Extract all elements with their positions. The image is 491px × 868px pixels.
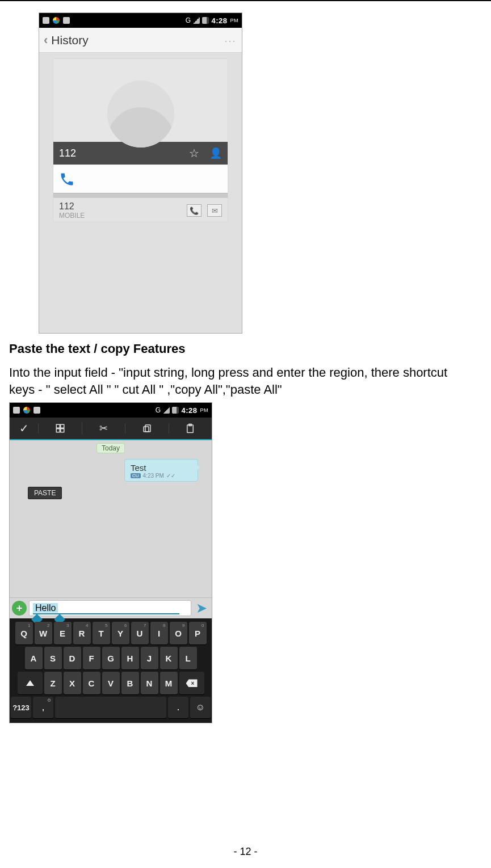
message-card-icon[interactable]: ✉ <box>207 204 222 217</box>
comma-key[interactable]: , ⚙ <box>33 697 53 718</box>
paste-popup[interactable]: PASTE <box>28 487 62 499</box>
svg-rect-4 <box>145 425 150 432</box>
key-a[interactable]: A <box>25 647 43 669</box>
signal-icon <box>163 407 170 414</box>
sync-icon <box>53 17 60 24</box>
copy-icon[interactable] <box>125 423 169 433</box>
backspace-key[interactable]: × <box>179 672 204 694</box>
cut-icon[interactable]: ✂ <box>82 422 125 435</box>
key-e[interactable]: E3 <box>54 622 72 644</box>
status-meridiem: PM <box>200 407 209 413</box>
svg-rect-5 <box>144 427 149 432</box>
signal-icon <box>193 17 200 24</box>
overflow-menu-icon[interactable]: ⋮ <box>224 36 237 45</box>
emoji-key[interactable]: ☺ <box>190 697 211 718</box>
select-all-icon[interactable] <box>38 423 82 433</box>
key-p[interactable]: P0 <box>189 622 207 644</box>
done-icon[interactable]: ✓ <box>10 422 38 435</box>
section-heading: Paste the text / copy Features <box>9 342 486 356</box>
key-hint: 2 <box>47 623 49 628</box>
key-f[interactable]: F <box>83 647 100 669</box>
key-l[interactable]: L <box>179 647 197 669</box>
battery-icon <box>202 17 209 24</box>
status-time: 4:28 <box>211 16 227 25</box>
svg-rect-0 <box>56 425 60 428</box>
key-w[interactable]: W2 <box>35 622 52 644</box>
key-g[interactable]: G <box>102 647 120 669</box>
delivered-icon: ✓✓ <box>166 473 175 479</box>
space-key[interactable] <box>55 697 166 718</box>
network-type: G <box>186 16 191 24</box>
key-x[interactable]: X <box>64 672 81 694</box>
message-pane: Today Test CU 4:23 PM ✓✓ PASTE + Hello <box>10 440 212 618</box>
send-icon[interactable]: ➤ <box>194 600 209 616</box>
usb-icon <box>43 17 49 24</box>
bubble-text: Test <box>131 463 192 473</box>
key-u[interactable]: U7 <box>131 622 149 644</box>
key-j[interactable]: J <box>141 647 158 669</box>
soft-keyboard: Q1W2E3R4T5Y6U7I8O9P0 ASDFGHJKL ZXCVBNM× … <box>10 618 212 723</box>
card-icon <box>33 407 40 414</box>
key-v[interactable]: V <box>102 672 120 694</box>
today-chip: Today <box>96 443 125 453</box>
card-shadow <box>53 193 228 197</box>
contacts-history-screenshot: G 4:28 PM ‹ History ⋮ 112 ☆ 👤 <box>39 12 242 334</box>
contact-number: 112 <box>59 148 76 159</box>
keyboard-row-1: Q1W2E3R4T5Y6U7I8O9P0 <box>11 622 211 644</box>
keyboard-row-3: ZXCVBNM× <box>11 672 211 694</box>
favorite-star-icon[interactable]: ☆ <box>189 146 199 160</box>
keyboard-row-4: ?123 , ⚙ . ☺ <box>11 697 211 718</box>
key-n[interactable]: N <box>141 672 158 694</box>
key-o[interactable]: O9 <box>170 622 187 644</box>
selection-toolbar: ✓ ✂ <box>10 418 212 440</box>
period-key[interactable]: . <box>168 697 188 718</box>
symbols-key[interactable]: ?123 <box>11 697 31 718</box>
key-q[interactable]: Q1 <box>15 622 33 644</box>
section-paragraph: Into the input field - "input string, lo… <box>9 364 464 398</box>
key-y[interactable]: Y6 <box>112 622 129 644</box>
key-hint: 6 <box>124 623 127 628</box>
back-icon[interactable]: ‹ <box>44 33 48 48</box>
shift-key[interactable] <box>18 672 43 694</box>
paste-icon[interactable] <box>169 423 212 433</box>
input-selected-text: Hello <box>33 603 58 613</box>
app-bar: ‹ History ⋮ <box>39 28 242 53</box>
battery-icon <box>172 407 179 414</box>
message-bubble[interactable]: Test CU 4:23 PM ✓✓ <box>124 459 198 482</box>
key-hint: 8 <box>163 623 165 628</box>
status-bar: G 4:28 PM <box>39 13 242 28</box>
svg-rect-1 <box>61 425 64 428</box>
call-row[interactable] <box>53 165 228 193</box>
phone-number: 112 <box>59 201 85 212</box>
usb-icon <box>13 407 20 414</box>
add-attachment-icon[interactable]: + <box>12 601 27 616</box>
contact-avatar-area <box>53 59 228 142</box>
status-time: 4:28 <box>181 406 197 415</box>
bubble-time: 4:23 PM <box>143 473 164 479</box>
key-k[interactable]: K <box>160 647 178 669</box>
contact-card-icon[interactable]: 📞 <box>187 204 202 217</box>
key-b[interactable]: B <box>121 672 139 694</box>
key-i[interactable]: I8 <box>150 622 168 644</box>
phone-type-label: MOBILE <box>59 212 85 220</box>
key-hint: 4 <box>86 623 88 628</box>
message-input[interactable]: Hello <box>29 600 191 616</box>
key-d[interactable]: D <box>64 647 81 669</box>
key-t[interactable]: T5 <box>93 622 110 644</box>
key-c[interactable]: C <box>83 672 100 694</box>
key-s[interactable]: S <box>44 647 62 669</box>
key-h[interactable]: H <box>121 647 139 669</box>
key-z[interactable]: Z <box>44 672 62 694</box>
phone-line-row[interactable]: 112 MOBILE 📞 ✉ <box>53 197 228 222</box>
key-r[interactable]: R4 <box>73 622 91 644</box>
key-m[interactable]: M <box>160 672 178 694</box>
svg-rect-2 <box>56 429 60 432</box>
selection-underline <box>33 613 179 614</box>
messaging-keyboard-screenshot: G 4:28 PM ✓ ✂ <box>9 402 212 723</box>
phone-icon <box>59 171 75 187</box>
page-number: - 12 - <box>0 846 491 858</box>
key-hint: 1 <box>28 623 30 628</box>
sync-icon <box>23 407 30 414</box>
app-bar-title: History <box>51 33 88 47</box>
add-contact-icon[interactable]: 👤 <box>209 147 222 159</box>
